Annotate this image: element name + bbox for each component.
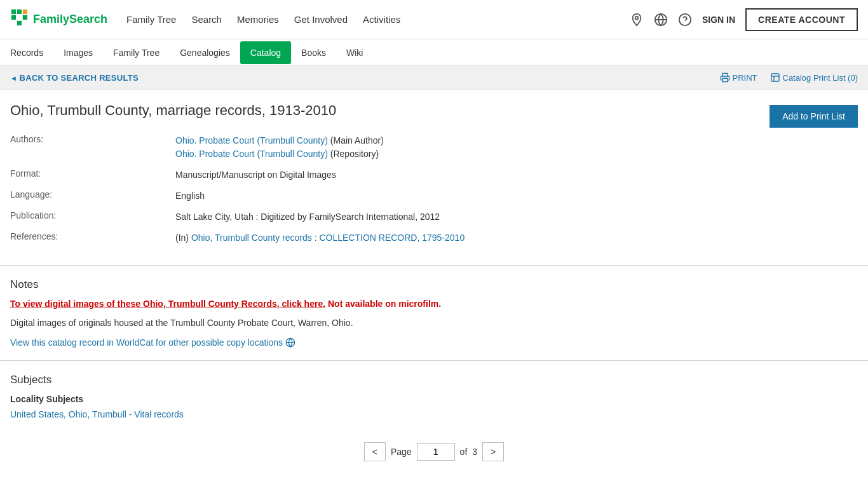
author1-line: Ohio. Probate Court (Trumbull County) (M… xyxy=(175,134,858,147)
familysearch-logo-icon xyxy=(10,8,33,31)
publication-label: Publication: xyxy=(10,210,175,224)
sub-nav: Records Images Family Tree Genealogies C… xyxy=(0,39,868,66)
prev-page-button[interactable]: < xyxy=(364,442,386,461)
publication-value: Salt Lake City, Utah : Digitized by Fami… xyxy=(175,210,858,224)
logo-text: FamilySearch xyxy=(33,13,107,26)
globe-icon[interactable] xyxy=(654,13,668,27)
svg-rect-0 xyxy=(11,9,16,13)
print-icon xyxy=(720,72,730,83)
references-row: References: (In) Ohio, Trumbull County r… xyxy=(10,231,858,245)
sign-in-link[interactable]: SIGN IN xyxy=(702,15,735,25)
author1-link[interactable]: Ohio. Probate Court (Trumbull County) xyxy=(175,135,328,146)
pagination-bar: < Page of 3 > xyxy=(0,432,868,471)
language-value: English xyxy=(175,189,858,203)
print-link[interactable]: PRINT xyxy=(720,72,757,83)
publication-row: Publication: Salt Lake City, Utah : Digi… xyxy=(10,210,858,224)
nav-memories[interactable]: Memories xyxy=(237,14,279,25)
main-nav: Family Tree Search Memories Get Involved… xyxy=(126,14,630,25)
location-icon[interactable] xyxy=(630,13,644,27)
subnav-images[interactable]: Images xyxy=(53,41,103,64)
next-page-button[interactable]: > xyxy=(482,442,504,461)
site-header: FamilySearch Family Tree Search Memories… xyxy=(0,0,868,39)
nav-get-involved[interactable]: Get Involved xyxy=(294,14,348,25)
subnav-books[interactable]: Books xyxy=(291,41,336,64)
subjects-section: Subjects Locality Subjects United States… xyxy=(0,361,868,432)
help-icon[interactable] xyxy=(678,13,692,27)
notes-highlight-suffix: Not available on microfilm. xyxy=(325,299,441,309)
subnav-records[interactable]: Records xyxy=(0,41,53,64)
notes-section: Notes To view digital images of these Oh… xyxy=(0,266,868,361)
header-right: SIGN IN CREATE ACCOUNT xyxy=(630,8,858,31)
subnav-genealogies[interactable]: Genealogies xyxy=(170,41,240,64)
record-section: Ohio, Trumbull County, marriage records,… xyxy=(0,90,868,266)
authors-value: Ohio. Probate Court (Trumbull County) (M… xyxy=(175,134,858,161)
subjects-title: Subjects xyxy=(10,374,858,386)
total-pages: 3 xyxy=(472,447,477,457)
svg-point-6 xyxy=(635,16,639,19)
svg-rect-4 xyxy=(23,15,27,19)
subnav-family-tree[interactable]: Family Tree xyxy=(103,41,170,64)
svg-rect-5 xyxy=(17,20,22,25)
back-bar: BACK TO SEARCH RESULTS PRINT Catalog Pri… xyxy=(0,66,868,90)
svg-rect-3 xyxy=(23,9,27,13)
format-label: Format: xyxy=(10,168,175,182)
nav-family-tree[interactable]: Family Tree xyxy=(126,14,176,25)
language-label: Language: xyxy=(10,189,175,203)
subnav-catalog[interactable]: Catalog xyxy=(240,41,291,64)
author2-role: (Repository) xyxy=(330,149,379,159)
catalog-print-link[interactable]: Catalog Print List (0) xyxy=(770,72,858,83)
references-label: References: xyxy=(10,231,175,245)
digital-images-link[interactable]: To view digital images of these Ohio, Tr… xyxy=(10,299,325,309)
subnav-wiki[interactable]: Wiki xyxy=(336,41,373,64)
page-number-input[interactable] xyxy=(417,443,455,461)
nav-search[interactable]: Search xyxy=(191,14,222,25)
create-account-button[interactable]: CREATE ACCOUNT xyxy=(745,8,858,31)
references-value: (In) Ohio, Trumbull County records : COL… xyxy=(175,231,858,245)
worldcat-link[interactable]: View this catalog record in WorldCat for… xyxy=(10,337,858,348)
page-of-label: of xyxy=(460,447,468,457)
svg-rect-1 xyxy=(17,9,22,13)
back-to-search-link[interactable]: BACK TO SEARCH RESULTS xyxy=(10,73,139,83)
references-link[interactable]: Ohio, Trumbull County records : COLLECTI… xyxy=(191,233,465,243)
svg-rect-10 xyxy=(722,78,728,81)
locality-subjects-title: Locality Subjects xyxy=(10,394,858,404)
authors-label: Authors: xyxy=(10,134,175,161)
author1-role: (Main Author) xyxy=(330,135,384,146)
back-bar-actions: PRINT Catalog Print List (0) xyxy=(720,72,858,83)
format-value: Manuscript/Manuscript on Digital Images xyxy=(175,168,858,182)
svg-rect-11 xyxy=(771,74,779,81)
record-title: Ohio, Trumbull County, marriage records,… xyxy=(10,102,757,119)
record-fields: Authors: Ohio. Probate Court (Trumbull C… xyxy=(10,134,858,245)
subject-link[interactable]: United States, Ohio, Trumbull - Vital re… xyxy=(10,409,184,419)
add-to-print-list-button[interactable]: Add to Print List xyxy=(770,105,858,128)
author2-line: Ohio. Probate Court (Trumbull County) (R… xyxy=(175,147,858,161)
notes-title: Notes xyxy=(10,278,858,291)
logo-link[interactable]: FamilySearch xyxy=(10,8,107,31)
format-row: Format: Manuscript/Manuscript on Digital… xyxy=(10,168,858,182)
catalog-print-icon xyxy=(770,72,780,83)
authors-row: Authors: Ohio. Probate Court (Trumbull C… xyxy=(10,134,858,161)
notes-body: Digital images of originals housed at th… xyxy=(10,316,858,330)
references-prefix: (In) xyxy=(175,233,191,243)
notes-highlight: To view digital images of these Ohio, Tr… xyxy=(10,299,858,309)
language-row: Language: English xyxy=(10,189,858,203)
page-label: Page xyxy=(391,447,412,457)
globe-small-icon xyxy=(285,337,295,348)
record-header: Ohio, Trumbull County, marriage records,… xyxy=(10,102,858,129)
nav-activities[interactable]: Activities xyxy=(363,14,400,25)
author2-link[interactable]: Ohio. Probate Court (Trumbull County) xyxy=(175,149,328,159)
svg-rect-2 xyxy=(11,15,16,19)
